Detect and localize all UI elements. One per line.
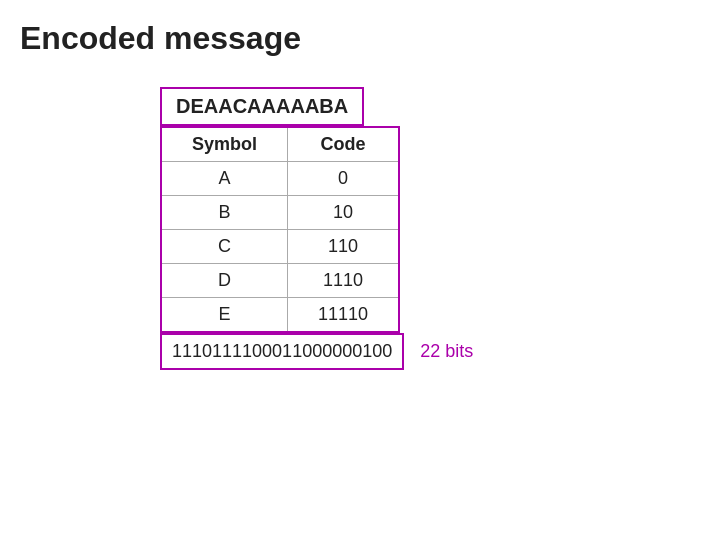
cell-code: 11110 [288, 298, 400, 333]
symbol-table: Symbol Code A0B10C110D1110E11110 [160, 126, 400, 333]
cell-code: 110 [288, 230, 400, 264]
content-area: DEAACAAAAABA Symbol Code A0B10C110D1110E… [0, 57, 720, 370]
cell-symbol: E [161, 298, 288, 333]
table-row: B10 [161, 196, 399, 230]
encoded-string: DEAACAAAAABA [160, 87, 364, 126]
table-row: D1110 [161, 264, 399, 298]
cell-symbol: C [161, 230, 288, 264]
cell-code: 1110 [288, 264, 400, 298]
bits-label: 22 bits [420, 341, 473, 362]
column-header-code: Code [288, 127, 400, 162]
cell-symbol: D [161, 264, 288, 298]
cell-symbol: A [161, 162, 288, 196]
page-title: Encoded message [0, 0, 720, 57]
cell-code: 10 [288, 196, 400, 230]
bottom-row: 1110111100011000000100 22 bits [160, 333, 473, 370]
cell-symbol: B [161, 196, 288, 230]
table-row: C110 [161, 230, 399, 264]
table-row: A0 [161, 162, 399, 196]
table-row: E11110 [161, 298, 399, 333]
column-header-symbol: Symbol [161, 127, 288, 162]
cell-code: 0 [288, 162, 400, 196]
binary-output: 1110111100011000000100 [160, 333, 404, 370]
